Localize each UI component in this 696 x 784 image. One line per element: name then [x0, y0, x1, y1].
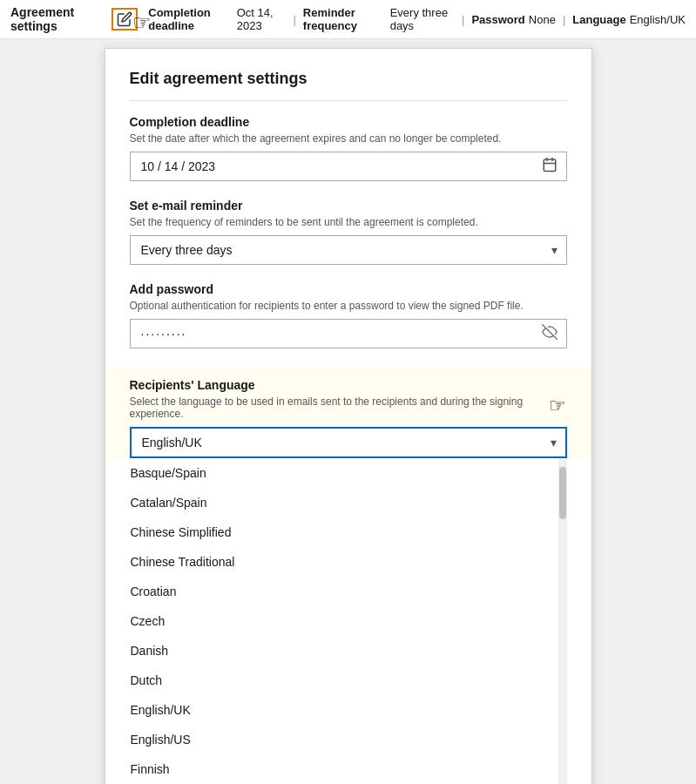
language-selected-value: English/UK: [142, 436, 202, 449]
language-list: Basque/Spain ✓ Catalan/Spain ✓ Chinese S…: [130, 458, 567, 784]
edit-icon-button[interactable]: [111, 8, 138, 30]
reminder-label: Reminder frequency: [303, 6, 387, 32]
password-masked: ·········: [141, 327, 187, 341]
list-item[interactable]: Dutch ✓: [130, 666, 567, 695]
deadline-label: Completion deadline: [148, 6, 233, 32]
eye-slash-icon[interactable]: [542, 324, 557, 343]
password-section-desc: Optional authentication for recipients t…: [130, 300, 567, 312]
chevron-down-icon: ▾: [551, 243, 557, 257]
recipients-language-section: Recipients' Language Select the language…: [105, 366, 591, 458]
scrollbar-track[interactable]: [558, 458, 567, 784]
list-item[interactable]: Chinese Traditional ✓: [130, 547, 567, 577]
agreement-settings-title: Agreement settings: [10, 5, 108, 33]
modal-title: Edit agreement settings: [130, 70, 567, 101]
password-label: Password: [471, 13, 524, 26]
sep2: |: [462, 13, 464, 26]
email-reminder-label: Set e-mail reminder: [130, 199, 567, 213]
list-item-english-uk[interactable]: English/UK ✓: [130, 695, 567, 725]
completion-deadline-label: Completion deadline: [130, 115, 567, 129]
completion-deadline-desc: Set the date after which the agreement e…: [130, 132, 567, 145]
list-item[interactable]: Chinese Simplified ✓: [130, 517, 567, 547]
completion-deadline-section: Completion deadline Set the date after w…: [130, 115, 567, 181]
svg-rect-0: [544, 159, 556, 172]
scrollbar-thumb[interactable]: [559, 467, 566, 519]
date-input[interactable]: 10 / 14 / 2023: [130, 152, 567, 181]
language-label: Language: [572, 13, 625, 26]
recipients-language-label: Recipients' Language: [130, 378, 567, 392]
date-value: 10 / 14 / 2023: [141, 159, 216, 173]
deadline-value: Oct 14, 2023: [237, 6, 287, 32]
top-bar-meta: Completion deadline Oct 14, 2023 | Remin…: [148, 6, 686, 32]
list-item[interactable]: Basque/Spain ✓: [130, 458, 567, 488]
list-item[interactable]: Catalan/Spain ✓: [130, 488, 567, 517]
language-chevron-icon: ▾: [551, 436, 557, 449]
reminder-value: Every three days: [390, 6, 455, 32]
pencil-icon: [117, 11, 132, 27]
password-input[interactable]: ·········: [130, 319, 567, 348]
list-item[interactable]: English/US ✓: [130, 725, 567, 754]
password-section: Add password Optional authentication for…: [130, 282, 567, 348]
list-item[interactable]: Danish ✓: [130, 636, 567, 666]
reminder-selected-value: Every three days: [141, 243, 233, 257]
language-dropdown[interactable]: English/UK ▾: [130, 427, 567, 458]
password-section-label: Add password: [130, 282, 567, 296]
sep1: |: [293, 13, 295, 26]
calendar-icon[interactable]: [542, 157, 557, 176]
list-item[interactable]: Croatian ✓: [130, 577, 567, 606]
sep3: |: [563, 13, 565, 26]
list-item[interactable]: Czech ✓: [130, 606, 567, 636]
password-value: None: [529, 13, 556, 26]
list-item[interactable]: Finnish ✓: [130, 754, 567, 784]
email-reminder-section: Set e-mail reminder Set the frequency of…: [130, 199, 567, 265]
language-value: English/UK: [630, 13, 686, 26]
recipients-language-desc: Select the language to be used in emails…: [130, 395, 567, 420]
reminder-dropdown[interactable]: Every three days ▾: [130, 235, 567, 265]
edit-agreement-modal: Edit agreement settings Completion deadl…: [105, 48, 592, 784]
language-list-wrapper: Basque/Spain ✓ Catalan/Spain ✓ Chinese S…: [130, 458, 567, 784]
top-bar: Agreement settings Completion deadline O…: [0, 0, 696, 39]
email-reminder-desc: Set the frequency of reminders to be sen…: [130, 216, 567, 228]
